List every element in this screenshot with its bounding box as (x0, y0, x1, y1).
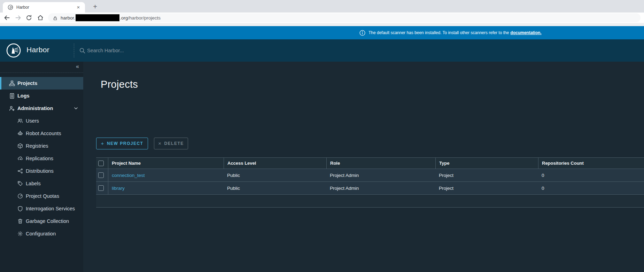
back-icon[interactable] (3, 14, 10, 21)
sidebar-item-label: Projects (17, 80, 37, 86)
row-checkbox[interactable] (98, 185, 104, 191)
url-text: harbor..org/harbor/projects (61, 14, 161, 21)
main-content: Projects + NEW PROJECT × DELETE Project … (83, 62, 644, 272)
browser-window: Harbor × + harbor..org/harbor/projects (0, 0, 644, 272)
redaction-box (76, 14, 119, 21)
delete-button[interactable]: × DELETE (154, 138, 188, 149)
sidebar-item-administration[interactable]: Administration (0, 102, 83, 115)
info-icon (359, 30, 365, 36)
row-checkbox[interactable] (98, 172, 104, 178)
sidebar-item-robot-accounts[interactable]: Robot Accounts (0, 127, 83, 140)
cell-type: Project (435, 169, 538, 181)
sidebar-item-distributions[interactable]: Distributions (0, 165, 83, 177)
sidebar: « Projects Logs Administration (0, 62, 83, 272)
table-row: connection_test Public Project Admin Pro… (96, 169, 644, 182)
header-divider (74, 44, 74, 57)
harbor-logo-icon[interactable] (6, 43, 21, 58)
project-link[interactable]: connection_test (112, 173, 145, 178)
replications-icon (17, 156, 23, 161)
sidebar-item-logs[interactable]: Logs (0, 90, 83, 102)
table-footer (96, 195, 644, 208)
logs-icon (9, 93, 15, 99)
browser-tab[interactable]: Harbor × (3, 2, 85, 13)
cell-repositories-count: 0 (538, 169, 644, 181)
forward-icon[interactable] (15, 14, 22, 21)
users-icon (17, 118, 23, 124)
table-toolbar: + NEW PROJECT × DELETE (96, 138, 188, 149)
robot-icon (17, 131, 23, 136)
column-header-repositories-count[interactable]: Repositories Count (538, 158, 644, 169)
project-link[interactable]: library (112, 186, 125, 191)
brand-title[interactable]: Harbor (26, 46, 49, 54)
tab-close-icon[interactable]: × (75, 4, 82, 10)
column-header-type[interactable]: Type (435, 158, 538, 169)
banner-message: The default scanner has been installed. … (368, 30, 509, 35)
page-title: Projects (101, 79, 138, 90)
sidebar-item-garbage-collection[interactable]: Garbage Collection (0, 215, 83, 227)
sidebar-item-label: Distributions (26, 168, 54, 174)
column-header-role[interactable]: Role (326, 158, 435, 169)
sidebar-item-label: Labels (26, 181, 41, 186)
labels-icon (17, 181, 23, 186)
column-header-project-name[interactable]: Project Name (108, 158, 224, 169)
column-header-access-level[interactable]: Access Level (224, 158, 326, 169)
search-input[interactable] (87, 46, 261, 55)
lock-icon[interactable] (53, 16, 57, 20)
sidebar-item-registries[interactable]: Registries (0, 140, 83, 152)
address-bar[interactable]: harbor..org/harbor/projects (48, 13, 641, 22)
browser-tab-strip: Harbor × + (0, 0, 644, 13)
administration-icon (9, 106, 15, 111)
table-row: library Public Project Admin Project 0 (96, 182, 644, 195)
sidebar-item-label: Project Quotas (26, 193, 59, 199)
trash-icon (17, 218, 23, 224)
sidebar-item-label: Logs (17, 93, 30, 99)
new-tab-button[interactable]: + (90, 2, 100, 12)
chevron-down-icon[interactable] (73, 106, 78, 111)
sidebar-nav: Projects Logs Administration (0, 77, 83, 240)
collapse-sidebar-icon[interactable]: « (76, 63, 79, 70)
sidebar-item-label: Garbage Collection (26, 218, 69, 224)
sidebar-item-configuration[interactable]: Configuration (0, 227, 83, 240)
new-project-button[interactable]: + NEW PROJECT (96, 138, 148, 149)
browser-toolbar: harbor..org/harbor/projects (0, 13, 644, 23)
sidebar-item-label: Robot Accounts (26, 131, 61, 136)
home-icon[interactable] (37, 14, 44, 21)
sidebar-item-label: Administration (17, 106, 53, 111)
shield-icon (17, 206, 23, 211)
sidebar-item-project-quotas[interactable]: Project Quotas (0, 190, 83, 202)
sidebar-item-label: Replications (26, 156, 53, 161)
sidebar-item-label: Configuration (26, 231, 56, 236)
cell-role: Project Admin (326, 182, 435, 194)
sidebar-item-label: Users (26, 118, 39, 124)
projects-table: Project Name Access Level Role Type Repo… (96, 157, 644, 208)
sidebar-item-replications[interactable]: Replications (0, 152, 83, 165)
select-all-checkbox[interactable] (98, 161, 104, 166)
cell-role: Project Admin (326, 169, 435, 181)
sidebar-item-interrogation-services[interactable]: Interrogation Services (0, 202, 83, 215)
projects-icon (9, 80, 15, 86)
documentation-link[interactable]: documentation. (510, 30, 541, 35)
tab-title: Harbor (16, 5, 75, 10)
distributions-icon (17, 168, 23, 174)
search-icon (79, 48, 85, 54)
toolbar-divider (0, 23, 644, 26)
registries-icon (17, 143, 23, 149)
cell-type: Project (435, 182, 538, 194)
sidebar-item-labels[interactable]: Labels (0, 177, 83, 190)
plus-icon: + (101, 140, 104, 146)
cell-access-level: Public (224, 169, 326, 181)
harbor-header: Harbor (0, 39, 644, 62)
sidebar-item-projects[interactable]: Projects (0, 77, 83, 90)
x-icon: × (158, 140, 162, 146)
harbor-favicon-icon (8, 5, 13, 10)
reload-icon[interactable] (25, 14, 32, 21)
sidebar-item-label: Registries (26, 143, 48, 149)
sidebar-collapse-row: « (0, 62, 83, 73)
project-quotas-icon (17, 193, 23, 199)
table-header-row: Project Name Access Level Role Type Repo… (96, 158, 644, 169)
cell-access-level: Public (224, 182, 326, 194)
notification-banner: The default scanner has been installed. … (0, 26, 644, 39)
sidebar-item-label: Interrogation Services (26, 206, 75, 211)
sidebar-item-users[interactable]: Users (0, 115, 83, 127)
gear-icon (17, 231, 23, 236)
